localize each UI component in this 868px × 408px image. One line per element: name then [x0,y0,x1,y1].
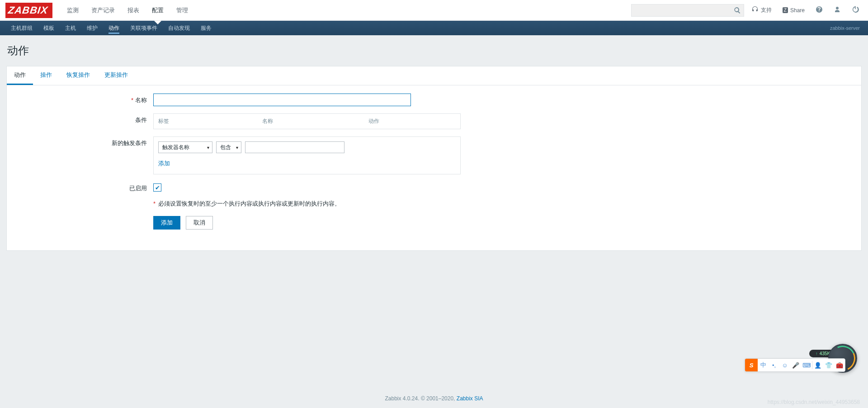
search-icon[interactable] [734,7,741,15]
power-icon[interactable] [848,6,863,14]
trigger-box: 触发器名称 包含 添加 [153,136,461,174]
main-nav-item[interactable]: 报表 [121,0,146,21]
required-marker: * [153,200,156,207]
trigger-value-input[interactable] [245,141,344,153]
form-area: *名称 条件 标签 名称 动作 新的触发条 [7,85,861,250]
share-link[interactable]: Z Share [779,7,808,14]
sub-nav-item[interactable]: 主机 [60,21,81,35]
row-new-trigger: 新的触发条件 触发器名称 包含 添加 [18,136,850,174]
z-badge-icon: Z [783,7,788,13]
header-right: 支持 Z Share [631,4,863,17]
operator-select[interactable]: 包含 [216,141,241,153]
row-condition: 条件 标签 名称 动作 [18,113,850,129]
content-panel: 动作操作恢复操作更新操作 *名称 条件 标签 名称 动作 [6,66,862,251]
add-condition-link[interactable]: 添加 [158,159,170,168]
submit-button[interactable]: 添加 [153,216,180,230]
svg-rect-0 [855,6,856,9]
sub-nav-item[interactable]: 模板 [38,21,60,35]
cond-col-name: 名称 [262,117,368,125]
arrow-up-icon: ↑ [816,351,818,356]
enabled-label: 已启用 [18,182,153,192]
server-name: zabbix-server [830,25,863,31]
cond-col-tag: 标签 [158,117,262,125]
ime-lang[interactable]: 中 [758,361,769,369]
share-label: Share [790,7,805,14]
ime-logo-icon: S [745,359,758,371]
search-input[interactable] [632,5,744,16]
tab[interactable]: 动作 [7,66,33,85]
search-box [631,4,744,17]
ime-toolbar[interactable]: S 中 •, ☺ 🎤 ⌨ 👤 👕 🧰 [745,358,845,372]
trigger-type-select[interactable]: 触发器名称 [158,141,212,153]
sub-nav-item[interactable]: 自动发现 [163,21,195,35]
row-name: *名称 [18,94,850,106]
enabled-checkbox[interactable] [153,183,161,192]
tabs: 动作操作恢复操作更新操作 [7,66,861,85]
header-sub: 主机群组模板主机维护动作关联项事件自动发现服务 zabbix-server [0,21,868,35]
footer-link[interactable]: Zabbix SIA [457,395,483,402]
condition-header: 标签 名称 动作 [154,114,460,129]
cond-col-action: 动作 [368,117,456,125]
main-nav-item[interactable]: 配置 [146,0,170,21]
header-top: ZABBIX 监测资产记录报表配置管理 支持 Z Share [0,0,868,21]
tab[interactable]: 更新操作 [97,66,135,85]
row-enabled: 已启用 [18,182,850,192]
support-label: 支持 [761,6,772,14]
logo[interactable]: ZABBIX [5,3,52,18]
user-icon[interactable] [830,6,844,14]
support-link[interactable]: 支持 [748,6,775,14]
row-warning: *必须设置恢复时的至少一个执行内容或执行内容或更新时的执行内容。 添加 取消 [18,200,850,230]
footer-text: Zabbix 4.0.24. © 2001–2020, [385,395,457,402]
sub-nav-item[interactable]: 主机群组 [5,21,38,35]
ime-mic-icon[interactable]: 🎤 [790,362,801,369]
ime-punct-icon[interactable]: •, [769,362,779,369]
name-input[interactable] [153,94,411,106]
sub-nav-item[interactable]: 维护 [81,21,103,35]
sub-nav-item[interactable]: 服务 [195,21,217,35]
main-nav-item[interactable]: 资产记录 [85,0,121,21]
ime-emoji-icon[interactable]: ☺ [779,362,790,369]
condition-label: 条件 [18,113,153,124]
button-row: 添加 取消 [153,216,340,230]
required-marker: * [131,97,133,103]
ime-keyboard-icon[interactable]: ⌨ [801,362,812,369]
warning-text: *必须设置恢复时的至少一个执行内容或执行内容或更新时的执行内容。 [153,200,340,208]
main-nav-item[interactable]: 监测 [61,0,85,21]
new-trigger-label: 新的触发条件 [18,136,153,147]
main-nav: 监测资产记录报表配置管理 [61,0,194,21]
page-title: 动作 [0,35,868,66]
ime-skin-icon[interactable]: 👕 [823,362,834,369]
ime-user-icon[interactable]: 👤 [812,362,823,369]
name-label: *名称 [18,94,153,104]
help-icon[interactable] [812,6,826,14]
cancel-button[interactable]: 取消 [186,216,213,230]
sub-nav-item[interactable]: 动作 [103,21,125,35]
main-nav-item[interactable]: 管理 [170,0,194,21]
condition-table: 标签 名称 动作 [153,113,461,129]
ime-toolbox-icon[interactable]: 🧰 [834,362,845,369]
headset-icon [751,6,759,14]
sub-nav: 主机群组模板主机维护动作关联项事件自动发现服务 [5,21,217,35]
watermark: https://blog.csdn.net/weixin_44953658 [768,399,860,405]
tab[interactable]: 操作 [33,66,59,85]
footer: Zabbix 4.0.24. © 2001–2020, Zabbix SIA [0,395,868,402]
tab[interactable]: 恢复操作 [59,66,97,85]
